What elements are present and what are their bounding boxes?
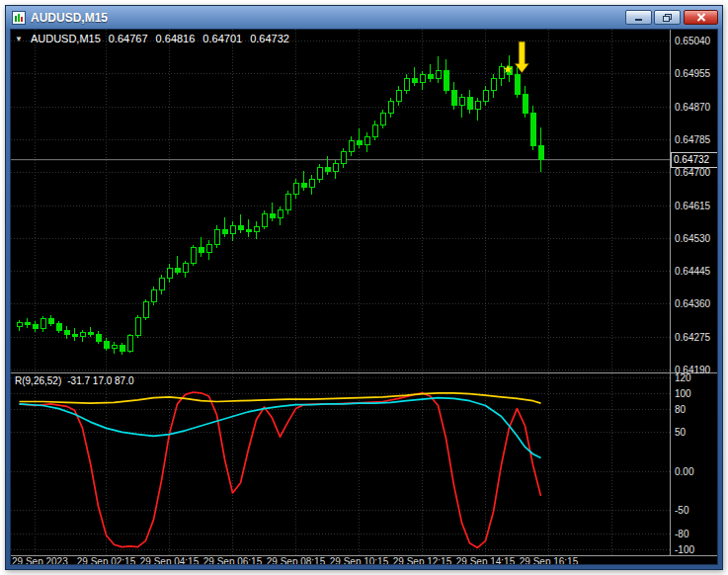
low-value: 0.64701 xyxy=(202,33,242,44)
indicator-line-slow-yellow xyxy=(20,393,541,403)
collapse-arrow-icon[interactable]: ▼ xyxy=(15,35,23,43)
star-marker: ★ xyxy=(503,62,514,76)
title-bar[interactable]: AUDUSD,M15 xyxy=(6,6,722,29)
indicator-scale-tick: -50 xyxy=(675,505,688,516)
chart-ohlc-header: ▼ AUDUSD,M15 0.64767 0.64816 0.64701 0.6… xyxy=(15,33,289,44)
indicator-scale-tick: 50 xyxy=(675,427,686,438)
indicator-scale-tick: 0.00 xyxy=(675,465,693,476)
indicator-name: R(9,26,52) xyxy=(15,375,61,386)
restore-button[interactable] xyxy=(654,10,681,25)
indicator-lines xyxy=(20,392,541,547)
window-controls xyxy=(625,10,718,25)
panel-separators xyxy=(11,30,718,556)
price-tick: 0.64700 xyxy=(675,167,710,178)
high-value: 0.64816 xyxy=(156,33,196,44)
time-tick: 29 Sep 16:15 xyxy=(508,556,591,565)
time-axis[interactable]: 29 Sep 202329 Sep 02:1529 Sep 04:1529 Se… xyxy=(11,555,670,565)
close-button[interactable] xyxy=(684,10,718,25)
minimize-icon xyxy=(634,13,643,22)
price-axis[interactable]: 0.650400.649550.648700.647850.647000.646… xyxy=(671,30,718,556)
price-tick: 0.64445 xyxy=(675,266,710,277)
close-icon xyxy=(696,13,706,22)
indicator-scale-tick: -100 xyxy=(675,543,694,554)
close-value: 0.64732 xyxy=(250,33,289,44)
indicator-line-main-red xyxy=(20,392,541,547)
indicator-scale-tick: 120 xyxy=(675,371,691,382)
price-tick: 0.64955 xyxy=(675,68,710,79)
indicator-scale-tick: 100 xyxy=(675,387,691,398)
price-tick: 0.64360 xyxy=(675,298,710,309)
price-tick: 0.64870 xyxy=(675,101,710,112)
price-tick: 0.65040 xyxy=(675,36,710,46)
open-value: 0.64767 xyxy=(109,33,148,44)
grid xyxy=(11,30,670,555)
chart-window: AUDUSD,M15 ★ ▼ AUDUSD,M15 xyxy=(5,5,723,570)
indicator-scale-tick: 80 xyxy=(675,403,686,414)
price-tick: 0.64530 xyxy=(675,232,710,243)
indicator-line-signal-cyan xyxy=(20,398,541,458)
bid-price-tag: 0.64732 xyxy=(671,152,718,168)
restore-icon xyxy=(662,13,673,23)
chart-area: ★ ▼ AUDUSD,M15 0.64767 0.64816 0.64701 0… xyxy=(10,29,718,565)
indicator-scale-tick: -80 xyxy=(675,529,688,539)
price-tick: 0.64785 xyxy=(675,133,710,144)
window-title: AUDUSD,M15 xyxy=(31,11,108,25)
indicator-label: R(9,26,52) -31.7 17.0 87.0 xyxy=(15,375,134,386)
symbol-label: AUDUSD,M15 xyxy=(31,33,101,44)
price-tick: 0.64615 xyxy=(675,200,710,210)
minimize-button[interactable] xyxy=(625,10,652,25)
price-tick: 0.64275 xyxy=(675,331,710,342)
indicator-values: -31.7 17.0 87.0 xyxy=(67,375,133,386)
chart-icon xyxy=(12,11,26,25)
chart-canvas[interactable]: ★ xyxy=(11,30,718,565)
candlesticks xyxy=(17,55,543,355)
